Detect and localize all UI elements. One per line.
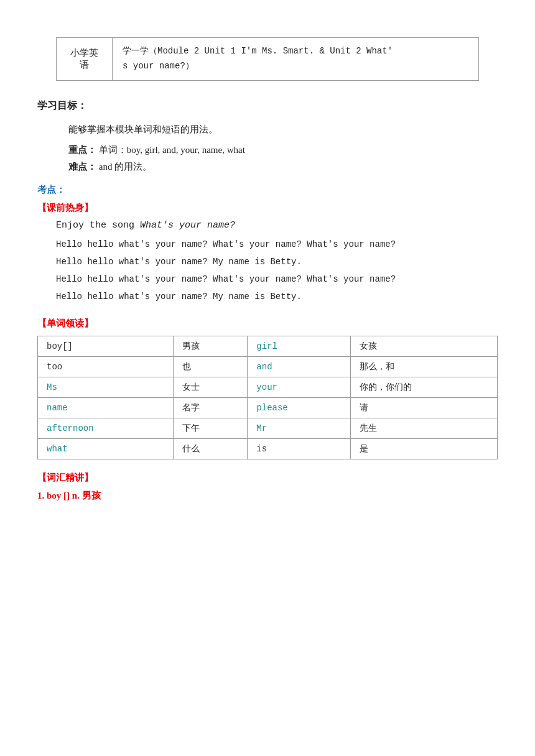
word1-cell: too [38, 356, 174, 377]
cihui-title: 【词汇精讲】 [37, 472, 498, 484]
trans2-cell: 那么，和 [351, 356, 498, 377]
song-line-2: Hello hello what's your name? My name is… [56, 253, 498, 270]
subject-label: 小学英语 [57, 38, 113, 81]
trans1-cell: 名字 [174, 397, 248, 418]
word1-cell: name [38, 397, 174, 418]
enjoy-line: Enjoy the song What's your name? [56, 220, 498, 231]
kaodian-section: 考点： [37, 184, 498, 196]
trans2-cell: 先生 [351, 418, 498, 438]
vocab-section: 【单词领读】 boy[]男孩girl女孩too也and那么，和Ms女士your你… [37, 318, 498, 459]
song-line-4: Hello hello what's your name? My name is… [56, 288, 498, 305]
trans2-cell: 请 [351, 397, 498, 418]
word2-cell: is [248, 438, 351, 459]
song-line-1: Hello hello what's your name? What's you… [56, 236, 498, 253]
trans2-cell: 你的，你们的 [351, 377, 498, 397]
diff-label: 难点： [68, 162, 96, 172]
word1-cell: boy[] [38, 336, 174, 356]
word2-cell: girl [248, 336, 351, 356]
vocab-table: boy[]男孩girl女孩too也and那么，和Ms女士your你的，你们的na… [37, 336, 498, 459]
header-line1: 学一学（Module 2 Unit 1 I'm Ms. Smart. & Uni… [123, 46, 393, 56]
table-row: Ms女士your你的，你们的 [38, 377, 498, 397]
key-label: 重点： [68, 145, 96, 155]
word2-cell: please [248, 397, 351, 418]
word2-cell: your [248, 377, 351, 397]
table-row: what什么is是 [38, 438, 498, 459]
warmup-title: 【课前热身】 [37, 202, 498, 214]
objectives-key: 重点： 单词：boy, girl, and, your, name, what [68, 144, 498, 156]
warmup-section: 【课前热身】 Enjoy the song What's your name? … [37, 202, 498, 305]
objectives-title: 学习目标： [37, 99, 498, 113]
song-lines: Hello hello what's your name? What's you… [56, 236, 498, 305]
objectives-diff: 难点： and 的用法。 [68, 161, 498, 173]
table-row: boy[]男孩girl女孩 [38, 336, 498, 356]
kaodian-title: 考点： [37, 184, 498, 196]
key-content: 单词：boy, girl, and, your, name, what [99, 145, 245, 155]
objectives-section: 学习目标： 能够掌握本模块单词和短语的用法。 重点： 单词：boy, girl,… [37, 99, 498, 173]
header-content: 学一学（Module 2 Unit 1 I'm Ms. Smart. & Uni… [113, 38, 479, 81]
diff-content: and 的用法。 [99, 162, 152, 172]
header-table: 小学英语 学一学（Module 2 Unit 1 I'm Ms. Smart. … [56, 37, 479, 81]
word1-cell: afternoon [38, 418, 174, 438]
trans2-cell: 女孩 [351, 336, 498, 356]
trans1-cell: 也 [174, 356, 248, 377]
word2-cell: Mr [248, 418, 351, 438]
table-row: too也and那么，和 [38, 356, 498, 377]
word2-cell: and [248, 356, 351, 377]
enjoy-italic: What's your name? [140, 220, 235, 231]
table-row: afternoon下午Mr先生 [38, 418, 498, 438]
header-line2: s your name?） [123, 61, 194, 71]
word1-cell: what [38, 438, 174, 459]
cihui-item1: 1. boy [] n. 男孩 [37, 490, 498, 502]
trans1-cell: 女士 [174, 377, 248, 397]
enjoy-label: Enjoy the song [56, 220, 140, 231]
word1-cell: Ms [38, 377, 174, 397]
objectives-main: 能够掌握本模块单词和短语的用法。 [68, 124, 498, 136]
trans2-cell: 是 [351, 438, 498, 459]
vocab-title: 【单词领读】 [37, 318, 498, 330]
cihui-section: 【词汇精讲】 1. boy [] n. 男孩 [37, 472, 498, 502]
trans1-cell: 男孩 [174, 336, 248, 356]
warmup-content: Enjoy the song What's your name? Hello h… [56, 220, 498, 305]
trans1-cell: 什么 [174, 438, 248, 459]
table-row: name名字please请 [38, 397, 498, 418]
song-line-3: Hello hello what's your name? What's you… [56, 270, 498, 288]
trans1-cell: 下午 [174, 418, 248, 438]
